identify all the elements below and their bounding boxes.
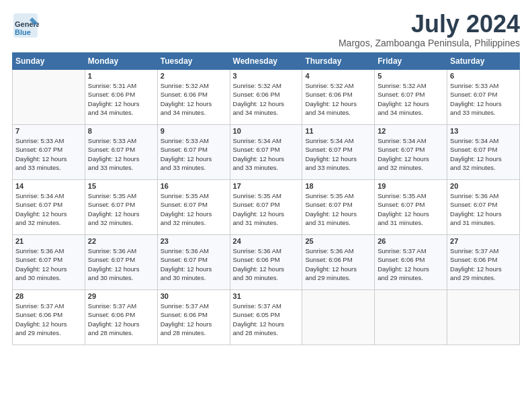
day-cell	[13, 70, 85, 125]
page: General Blue July 2024 Margos, Zamboanga…	[0, 0, 532, 352]
day-cell: 13Sunrise: 5:34 AM Sunset: 6:07 PM Dayli…	[447, 125, 520, 180]
day-number: 29	[88, 292, 154, 300]
day-cell: 2Sunrise: 5:32 AM Sunset: 6:06 PM Daylig…	[157, 70, 230, 125]
day-cell: 25Sunrise: 5:36 AM Sunset: 6:06 PM Dayli…	[302, 235, 375, 290]
day-number: 4	[305, 72, 371, 80]
title-area: July 2024 Margos, Zamboanga Peninsula, P…	[339, 12, 520, 48]
day-number: 7	[15, 127, 82, 135]
day-cell: 23Sunrise: 5:36 AM Sunset: 6:07 PM Dayli…	[157, 235, 230, 290]
day-info: Sunrise: 5:37 AM Sunset: 6:05 PM Dayligh…	[233, 302, 300, 337]
day-info: Sunrise: 5:32 AM Sunset: 6:06 PM Dayligh…	[233, 81, 300, 117]
day-cell: 7Sunrise: 5:33 AM Sunset: 6:07 PM Daylig…	[13, 125, 85, 180]
day-cell: 10Sunrise: 5:34 AM Sunset: 6:07 PM Dayli…	[230, 125, 302, 180]
day-number: 20	[450, 182, 517, 190]
day-cell: 6Sunrise: 5:33 AM Sunset: 6:07 PM Daylig…	[447, 70, 520, 125]
day-info: Sunrise: 5:36 AM Sunset: 6:07 PM Dayligh…	[15, 246, 82, 282]
col-thursday: Thursday	[302, 53, 375, 70]
day-info: Sunrise: 5:37 AM Sunset: 6:06 PM Dayligh…	[161, 302, 227, 337]
day-number: 28	[15, 292, 82, 300]
day-info: Sunrise: 5:33 AM Sunset: 6:07 PM Dayligh…	[161, 136, 227, 172]
day-info: Sunrise: 5:32 AM Sunset: 6:07 PM Dayligh…	[378, 81, 444, 117]
col-wednesday: Wednesday	[230, 53, 302, 70]
day-number: 3	[233, 72, 300, 80]
day-cell: 4Sunrise: 5:32 AM Sunset: 6:06 PM Daylig…	[302, 70, 375, 125]
day-cell: 28Sunrise: 5:37 AM Sunset: 6:06 PM Dayli…	[13, 290, 85, 345]
day-cell: 18Sunrise: 5:35 AM Sunset: 6:07 PM Dayli…	[302, 180, 375, 235]
day-cell: 11Sunrise: 5:34 AM Sunset: 6:07 PM Dayli…	[302, 125, 375, 180]
day-info: Sunrise: 5:33 AM Sunset: 6:07 PM Dayligh…	[15, 136, 82, 172]
day-info: Sunrise: 5:37 AM Sunset: 6:06 PM Dayligh…	[378, 246, 444, 282]
day-info: Sunrise: 5:33 AM Sunset: 6:07 PM Dayligh…	[88, 136, 154, 172]
day-number: 13	[450, 127, 517, 135]
day-number: 2	[161, 72, 227, 80]
day-number: 5	[378, 72, 444, 80]
day-info: Sunrise: 5:36 AM Sunset: 6:07 PM Dayligh…	[88, 246, 154, 282]
day-info: Sunrise: 5:36 AM Sunset: 6:07 PM Dayligh…	[450, 191, 517, 227]
logo-icon: General Blue	[12, 12, 39, 39]
day-cell: 9Sunrise: 5:33 AM Sunset: 6:07 PM Daylig…	[157, 125, 230, 180]
day-cell: 21Sunrise: 5:36 AM Sunset: 6:07 PM Dayli…	[13, 235, 85, 290]
col-sunday: Sunday	[13, 53, 85, 70]
day-number: 23	[161, 237, 227, 245]
day-info: Sunrise: 5:32 AM Sunset: 6:06 PM Dayligh…	[161, 81, 227, 117]
day-number: 14	[15, 182, 82, 190]
day-cell: 15Sunrise: 5:35 AM Sunset: 6:07 PM Dayli…	[85, 180, 157, 235]
week-row-3: 14Sunrise: 5:34 AM Sunset: 6:07 PM Dayli…	[13, 180, 520, 235]
day-number: 30	[161, 292, 227, 300]
day-info: Sunrise: 5:32 AM Sunset: 6:06 PM Dayligh…	[305, 81, 371, 117]
day-info: Sunrise: 5:34 AM Sunset: 6:07 PM Dayligh…	[305, 136, 371, 172]
week-row-1: 1Sunrise: 5:31 AM Sunset: 6:06 PM Daylig…	[13, 70, 520, 125]
header: General Blue July 2024 Margos, Zamboanga…	[12, 12, 520, 48]
day-cell: 26Sunrise: 5:37 AM Sunset: 6:06 PM Dayli…	[375, 235, 447, 290]
day-number: 25	[305, 237, 371, 245]
day-cell: 12Sunrise: 5:34 AM Sunset: 6:07 PM Dayli…	[375, 125, 447, 180]
day-cell: 31Sunrise: 5:37 AM Sunset: 6:05 PM Dayli…	[230, 290, 302, 345]
day-info: Sunrise: 5:36 AM Sunset: 6:06 PM Dayligh…	[233, 246, 300, 282]
day-info: Sunrise: 5:35 AM Sunset: 6:07 PM Dayligh…	[233, 191, 300, 227]
day-info: Sunrise: 5:37 AM Sunset: 6:06 PM Dayligh…	[88, 302, 154, 337]
day-cell: 16Sunrise: 5:35 AM Sunset: 6:07 PM Dayli…	[157, 180, 230, 235]
day-number: 26	[378, 237, 444, 245]
day-cell: 3Sunrise: 5:32 AM Sunset: 6:06 PM Daylig…	[230, 70, 302, 125]
day-number: 10	[233, 127, 300, 135]
day-info: Sunrise: 5:33 AM Sunset: 6:07 PM Dayligh…	[450, 81, 517, 117]
day-number: 6	[450, 72, 517, 80]
day-cell: 1Sunrise: 5:31 AM Sunset: 6:06 PM Daylig…	[85, 70, 157, 125]
day-number: 31	[233, 292, 300, 300]
day-info: Sunrise: 5:37 AM Sunset: 6:06 PM Dayligh…	[450, 246, 517, 282]
day-cell: 20Sunrise: 5:36 AM Sunset: 6:07 PM Dayli…	[447, 180, 520, 235]
day-cell: 8Sunrise: 5:33 AM Sunset: 6:07 PM Daylig…	[85, 125, 157, 180]
day-info: Sunrise: 5:34 AM Sunset: 6:07 PM Dayligh…	[15, 191, 82, 227]
day-cell: 27Sunrise: 5:37 AM Sunset: 6:06 PM Dayli…	[447, 235, 520, 290]
day-info: Sunrise: 5:34 AM Sunset: 6:07 PM Dayligh…	[378, 136, 444, 172]
day-number: 27	[450, 237, 517, 245]
col-monday: Monday	[85, 53, 157, 70]
day-cell: 24Sunrise: 5:36 AM Sunset: 6:06 PM Dayli…	[230, 235, 302, 290]
day-info: Sunrise: 5:36 AM Sunset: 6:06 PM Dayligh…	[305, 246, 371, 282]
col-saturday: Saturday	[447, 53, 520, 70]
logo: General Blue	[12, 12, 39, 39]
day-number: 11	[305, 127, 371, 135]
location-subtitle: Margos, Zamboanga Peninsula, Philippines	[339, 38, 520, 48]
day-info: Sunrise: 5:34 AM Sunset: 6:07 PM Dayligh…	[233, 136, 300, 172]
week-row-5: 28Sunrise: 5:37 AM Sunset: 6:06 PM Dayli…	[13, 290, 520, 345]
week-row-4: 21Sunrise: 5:36 AM Sunset: 6:07 PM Dayli…	[13, 235, 520, 290]
day-number: 12	[378, 127, 444, 135]
day-number: 24	[233, 237, 300, 245]
day-cell	[302, 290, 375, 345]
calendar-table: Sunday Monday Tuesday Wednesday Thursday…	[12, 52, 520, 345]
day-number: 1	[88, 72, 154, 80]
month-title: July 2024	[339, 12, 520, 36]
day-number: 19	[378, 182, 444, 190]
day-cell	[447, 290, 520, 345]
day-number: 16	[161, 182, 227, 190]
day-cell: 30Sunrise: 5:37 AM Sunset: 6:06 PM Dayli…	[157, 290, 230, 345]
day-info: Sunrise: 5:35 AM Sunset: 6:07 PM Dayligh…	[88, 191, 154, 227]
day-number: 18	[305, 182, 371, 190]
day-cell: 29Sunrise: 5:37 AM Sunset: 6:06 PM Dayli…	[85, 290, 157, 345]
day-cell: 22Sunrise: 5:36 AM Sunset: 6:07 PM Dayli…	[85, 235, 157, 290]
day-cell: 14Sunrise: 5:34 AM Sunset: 6:07 PM Dayli…	[13, 180, 85, 235]
day-info: Sunrise: 5:35 AM Sunset: 6:07 PM Dayligh…	[305, 191, 371, 227]
col-tuesday: Tuesday	[157, 53, 230, 70]
day-info: Sunrise: 5:37 AM Sunset: 6:06 PM Dayligh…	[15, 302, 82, 337]
